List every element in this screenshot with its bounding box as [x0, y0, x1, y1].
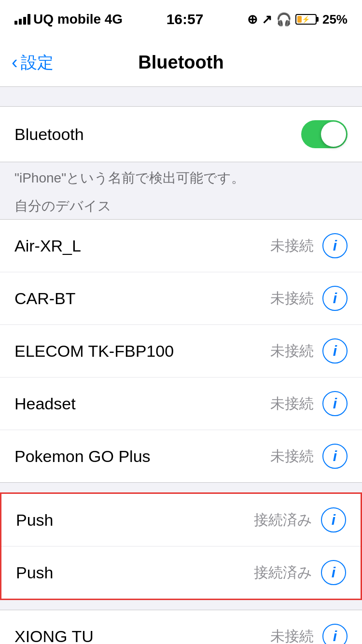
- device-item-xiong-tu[interactable]: XIONG TU 未接続 i: [0, 610, 362, 644]
- device-status: 未接続: [270, 447, 314, 466]
- device-status: 未接続: [270, 236, 314, 256]
- device-right: 接続済み i: [254, 560, 346, 585]
- device-info-button[interactable]: i: [322, 444, 348, 469]
- page-title: Bluetooth: [138, 52, 223, 73]
- chevron-left-icon: ‹: [12, 53, 18, 71]
- device-item[interactable]: Pokemon GO Plus 未接続 i: [0, 430, 362, 482]
- device-name: Air-XR_L: [14, 237, 81, 255]
- battery-percentage: 25%: [322, 12, 348, 27]
- highlighted-push-section: Push 接続済み i Push 接続済み i: [0, 492, 362, 600]
- headphones-icon: 🎧: [276, 12, 292, 27]
- device-name: ELECOM TK-FBP100: [14, 342, 174, 361]
- device-name: XIONG TU: [14, 627, 94, 644]
- bluetooth-info-text: "iPhone"という名前で検出可能です。: [0, 162, 362, 190]
- device-status: 接続済み: [254, 510, 312, 530]
- back-button[interactable]: ‹ 設定: [12, 52, 54, 74]
- device-name: Pokemon GO Plus: [14, 447, 151, 466]
- device-item[interactable]: CAR-BT 未接続 i: [0, 272, 362, 325]
- spacer-after-push: [0, 600, 362, 610]
- status-bar: UQ mobile 4G 16:57 ⊕ ↗ 🎧 ⚡ 25%: [0, 0, 362, 39]
- my-devices-section: Air-XR_L 未接続 i CAR-BT 未接続 i ELECOM TK-FB…: [0, 219, 362, 483]
- device-right: 未接続 i: [270, 286, 348, 311]
- device-status: 未接続: [270, 289, 314, 308]
- nav-bar: ‹ 設定 Bluetooth: [0, 39, 362, 87]
- location-icon: ⊕: [247, 12, 258, 27]
- device-right: 接続済み i: [254, 507, 346, 532]
- spacer-top: [0, 87, 362, 106]
- xiong-tu-section: XIONG TU 未接続 i: [0, 610, 362, 644]
- device-info-button[interactable]: i: [322, 286, 348, 311]
- back-label: 設定: [21, 52, 54, 74]
- device-right: 未接続 i: [270, 338, 348, 364]
- device-info-button[interactable]: i: [321, 507, 346, 532]
- device-right: 未接続 i: [270, 444, 348, 469]
- device-right: 未接続 i: [270, 233, 348, 258]
- device-name: Headset: [14, 394, 76, 413]
- bluetooth-section: Bluetooth: [0, 106, 362, 162]
- bluetooth-label: Bluetooth: [14, 125, 84, 144]
- device-info-button[interactable]: i: [322, 391, 348, 416]
- status-bar-right: ⊕ ↗ 🎧 ⚡ 25%: [247, 12, 348, 27]
- device-info-button[interactable]: i: [322, 338, 348, 364]
- device-info-button[interactable]: i: [321, 560, 346, 585]
- device-info-button[interactable]: i: [322, 624, 348, 644]
- status-bar-left: UQ mobile 4G: [14, 12, 123, 27]
- bluetooth-toggle[interactable]: [301, 120, 348, 148]
- device-right: 未接続 i: [270, 391, 348, 416]
- device-item[interactable]: Headset 未接続 i: [0, 378, 362, 430]
- device-name: CAR-BT: [14, 289, 76, 308]
- status-bar-time: 16:57: [167, 11, 204, 28]
- device-name: Push: [16, 563, 54, 582]
- bluetooth-toggle-row: Bluetooth: [0, 107, 362, 162]
- device-item-push-2[interactable]: Push 接続済み i: [1, 546, 361, 599]
- device-status: 未接続: [270, 341, 314, 361]
- battery-icon: ⚡: [295, 14, 319, 25]
- device-item-push-1[interactable]: Push 接続済み i: [1, 494, 361, 546]
- my-devices-header: 自分のデバイス: [0, 190, 362, 219]
- device-item[interactable]: ELECOM TK-FBP100 未接続 i: [0, 325, 362, 378]
- spacer-middle: [0, 483, 362, 492]
- carrier-label: UQ mobile 4G: [33, 12, 123, 27]
- device-right: 未接続 i: [270, 624, 348, 644]
- navigation-icon: ↗: [262, 12, 272, 27]
- device-item[interactable]: Air-XR_L 未接続 i: [0, 220, 362, 272]
- toggle-thumb: [321, 122, 346, 147]
- signal-bars-icon: [14, 14, 30, 25]
- device-info-button[interactable]: i: [322, 233, 348, 258]
- device-status: 未接続: [270, 627, 314, 644]
- device-status: 接続済み: [254, 563, 312, 583]
- device-status: 未接続: [270, 394, 314, 414]
- device-name: Push: [16, 511, 54, 530]
